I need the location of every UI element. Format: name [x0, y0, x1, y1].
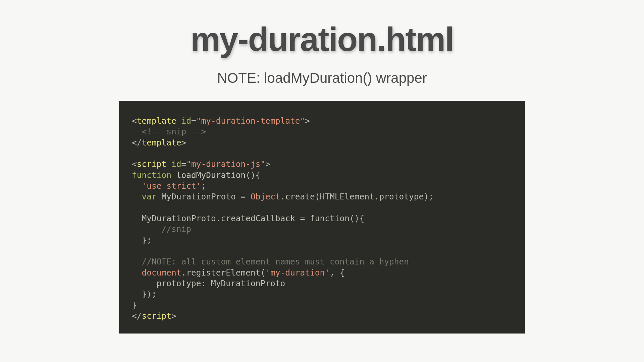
code-str-myduration: 'my-duration': [265, 268, 330, 278]
code-comment-snip: <!-- snip -->: [132, 127, 206, 136]
code-comment-snip2: //snip: [132, 224, 191, 234]
code-createdcallback: MyDurationProto.createdCallback = functi…: [132, 214, 364, 223]
code-gt3: >: [265, 159, 270, 169]
code-create-call: .create(HTMLElement.prototype);: [280, 192, 434, 201]
code-obj-object: Object: [251, 192, 280, 201]
code-tag-script-close: script: [142, 311, 172, 321]
code-eq: =: [191, 116, 196, 126]
code-registerelement: .registerElement(: [181, 268, 266, 278]
code-kw-var: var: [142, 192, 157, 201]
code-gt2: >: [181, 138, 186, 147]
code-space: [176, 116, 181, 126]
code-obj-open: , {: [330, 268, 344, 278]
code-gt: >: [305, 116, 310, 126]
code-gt4: >: [171, 311, 176, 321]
code-fn-loadmyduration: loadMyDuration(){: [171, 170, 261, 180]
code-close1: };: [132, 235, 152, 245]
code-eq2: =: [181, 159, 186, 169]
code-obj-document: document: [142, 268, 181, 278]
code-ltclose2: </: [132, 311, 142, 321]
code-str-script-id: "my-duration-js": [186, 159, 265, 169]
code-str-usestrict: 'use strict': [142, 181, 201, 191]
code-attr-id2: id: [171, 159, 181, 169]
code-block: <template id="my-duration-template"> <!-…: [119, 101, 525, 334]
code-proto-line: prototype: MyDurationProto: [132, 279, 285, 288]
code-tag-template-open: template: [137, 116, 176, 126]
code-indent2: [132, 192, 142, 201]
code-semi1: ;: [201, 181, 206, 191]
code-punct: <: [132, 116, 137, 126]
code-str-template-id: "my-duration-template": [196, 116, 305, 126]
code-space2: [166, 159, 171, 169]
code-indent1: [132, 181, 142, 191]
code-kw-function: function: [132, 170, 171, 180]
code-tag-script-open: script: [137, 159, 167, 169]
code-indent3: [132, 268, 142, 278]
code-comment-note: //NOTE: all custom element names must co…: [132, 257, 409, 266]
slide-subtitle: NOTE: loadMyDuration() wrapper: [217, 70, 427, 86]
code-ltclose: </: [132, 138, 142, 147]
code-lt2: <: [132, 159, 137, 169]
code-close2: });: [132, 289, 157, 299]
code-close3: }: [132, 300, 137, 310]
slide-title: my-duration.html: [191, 20, 454, 59]
code-var-assign: MyDurationProto =: [157, 192, 251, 201]
code-tag-template-close: template: [142, 138, 181, 147]
slide: my-duration.html NOTE: loadMyDuration() …: [78, 0, 566, 362]
code-attr-id: id: [181, 116, 192, 126]
